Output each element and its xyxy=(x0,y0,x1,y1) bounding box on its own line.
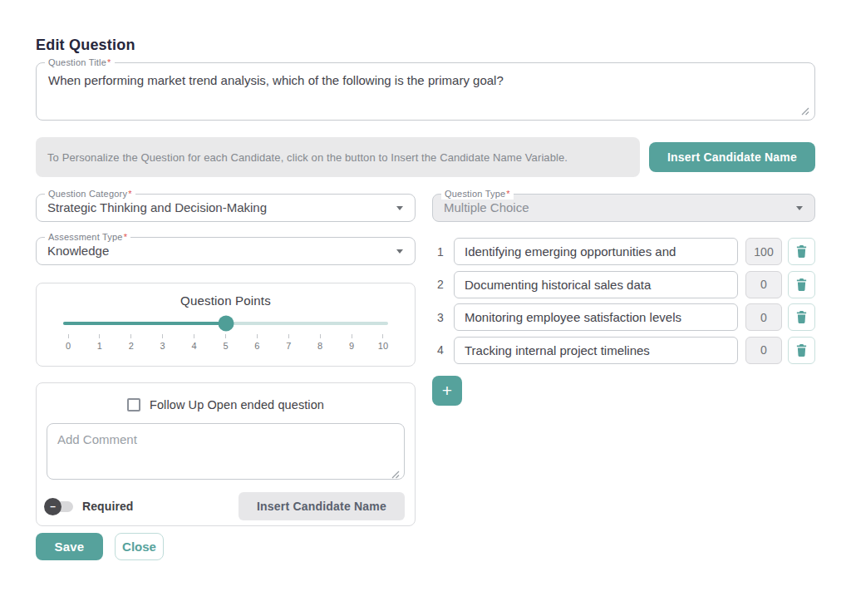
tick-mark xyxy=(194,334,194,338)
follow-up-checkbox-label: Follow Up Open ended question xyxy=(150,398,324,411)
question-category-select[interactable]: Question Category* Strategic Thinking an… xyxy=(36,194,416,222)
slider-tick: 0 xyxy=(63,334,73,351)
slider-tick: 1 xyxy=(95,334,105,351)
tick-mark xyxy=(352,334,352,338)
tick-label: 10 xyxy=(378,341,388,351)
option-text-input[interactable] xyxy=(454,271,738,298)
option-text-input[interactable] xyxy=(454,238,738,265)
personalize-row: To Personalize the Question for each Can… xyxy=(36,137,815,177)
slider-tick: 9 xyxy=(347,334,357,351)
option-index: 1 xyxy=(432,245,450,259)
delete-option-button[interactable] xyxy=(788,303,815,331)
question-title-input[interactable] xyxy=(37,63,814,120)
close-button[interactable]: Close xyxy=(115,533,164,560)
trash-icon xyxy=(795,244,808,259)
caret-down-icon xyxy=(796,206,803,210)
save-button[interactable]: Save xyxy=(36,533,103,560)
slider-tick: 8 xyxy=(315,334,325,351)
option-text-input[interactable] xyxy=(454,337,738,364)
required-asterisk: * xyxy=(107,57,111,67)
tick-label: 1 xyxy=(97,341,102,351)
add-option-button[interactable]: + xyxy=(432,376,462,406)
slider-thumb[interactable] xyxy=(218,316,234,332)
tick-mark xyxy=(68,334,69,338)
slider-tick: 7 xyxy=(283,334,293,351)
action-buttons: Save Close xyxy=(36,533,416,560)
insert-candidate-name-comment-button[interactable]: Insert Candidate Name xyxy=(239,492,405,520)
required-asterisk: * xyxy=(124,232,127,242)
resize-handle-icon xyxy=(801,107,809,116)
tick-label: 2 xyxy=(129,341,134,351)
follow-up-checkbox-row[interactable]: Follow Up Open ended question xyxy=(47,398,405,411)
question-title-label: Question Title* xyxy=(45,57,115,68)
resize-handle-icon xyxy=(391,471,400,479)
personalize-banner: To Personalize the Question for each Can… xyxy=(36,137,640,177)
slider-tick: 3 xyxy=(158,334,168,351)
tick-label: 0 xyxy=(66,341,71,351)
option-points-input[interactable] xyxy=(745,303,782,331)
trash-icon xyxy=(795,310,808,324)
required-toggle[interactable]: – xyxy=(47,501,73,512)
option-index: 2 xyxy=(432,278,450,291)
tick-label: 8 xyxy=(317,341,322,351)
personalize-banner-text: To Personalize the Question for each Can… xyxy=(47,151,568,164)
answer-options-list: 1 2 xyxy=(432,238,815,364)
comment-field xyxy=(47,423,405,483)
required-toggle-row: – Required xyxy=(47,500,133,513)
slider-tick: 6 xyxy=(252,334,262,351)
required-toggle-label: Required xyxy=(82,500,133,513)
option-points-input[interactable] xyxy=(745,238,782,265)
tick-label: 6 xyxy=(254,341,259,351)
tick-label: 3 xyxy=(160,341,165,351)
form-columns: Question Category* Strategic Thinking an… xyxy=(36,194,815,560)
option-text-input[interactable] xyxy=(454,303,738,331)
trash-icon xyxy=(795,343,808,357)
tick-mark xyxy=(99,334,100,338)
question-points-card: Question Points 0 1 xyxy=(36,283,416,367)
required-asterisk: * xyxy=(128,189,131,199)
trash-icon xyxy=(795,278,808,292)
tick-label: 4 xyxy=(192,341,197,351)
tick-mark xyxy=(257,334,258,338)
tick-label: 9 xyxy=(349,341,354,351)
question-category-label: Question Category* xyxy=(45,188,135,200)
question-points-slider[interactable] xyxy=(63,316,388,331)
slider-ticks: 0 1 2 xyxy=(63,334,388,351)
question-points-title: Question Points xyxy=(63,293,388,308)
slider-tick: 4 xyxy=(189,334,199,351)
question-type-select[interactable]: Question Type* Multiple Choice xyxy=(432,194,815,222)
follow-up-checkbox[interactable] xyxy=(127,398,140,411)
tick-mark xyxy=(320,334,321,338)
option-row: 1 xyxy=(432,238,815,265)
option-row: 4 xyxy=(432,337,815,364)
option-points-input[interactable] xyxy=(745,337,782,364)
option-points-input[interactable] xyxy=(745,271,782,298)
slider-tick: 5 xyxy=(220,334,230,351)
tick-mark xyxy=(130,334,131,338)
tick-label: 5 xyxy=(223,341,228,351)
tick-mark xyxy=(225,334,226,338)
option-row: 2 xyxy=(432,271,815,298)
delete-option-button[interactable] xyxy=(788,337,815,364)
tick-mark xyxy=(382,334,383,338)
option-row: 3 xyxy=(432,303,815,331)
right-column: Question Type* Multiple Choice 1 xyxy=(432,194,815,406)
option-index: 3 xyxy=(432,311,450,324)
slider-fill xyxy=(63,322,226,325)
required-asterisk: * xyxy=(506,189,509,199)
follow-up-footer: – Required Insert Candidate Name xyxy=(47,492,405,520)
edit-question-panel: Edit Question Question Title* To Persona… xyxy=(0,0,851,560)
assessment-type-select[interactable]: Assessment Type* Knowledge xyxy=(36,237,416,265)
option-index: 4 xyxy=(432,343,450,357)
assessment-type-label: Assessment Type* xyxy=(45,231,130,243)
tick-mark xyxy=(288,334,289,338)
delete-option-button[interactable] xyxy=(788,271,815,298)
slider-tick: 2 xyxy=(126,334,136,351)
tick-label: 7 xyxy=(286,341,291,351)
comment-input[interactable] xyxy=(47,423,405,480)
delete-option-button[interactable] xyxy=(788,238,815,265)
slider-tick: 10 xyxy=(378,334,388,351)
caret-down-icon xyxy=(396,249,403,254)
insert-candidate-name-button[interactable]: Insert Candidate Name xyxy=(649,142,815,172)
question-title-field[interactable]: Question Title* xyxy=(36,62,815,121)
